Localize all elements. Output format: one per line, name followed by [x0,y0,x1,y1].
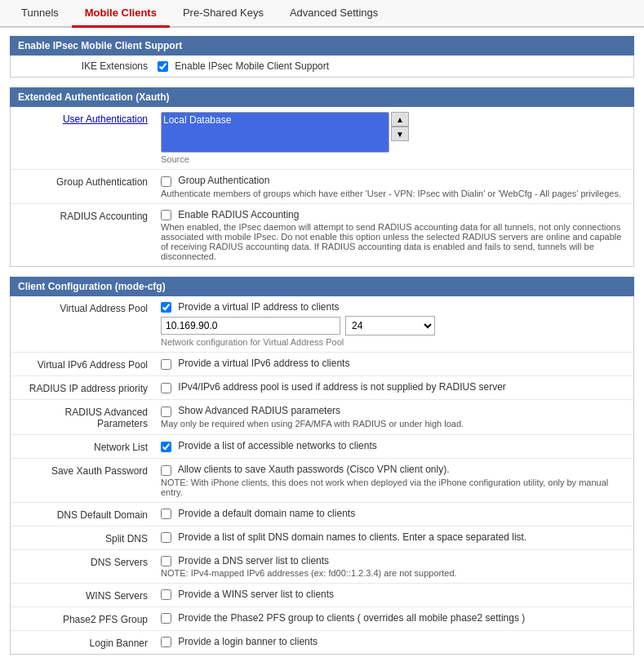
login-banner-label: Login Banner [19,636,158,649]
arrow-down-button[interactable]: ▼ [391,127,409,141]
dns-domain-checkbox-label[interactable]: Provide a default domain name to clients [161,508,355,519]
virtual-addr-row: Virtual Address Pool Provide a virtual I… [11,296,633,353]
network-list-checkbox-label[interactable]: Provide a list of accessible networks to… [161,440,377,451]
ip-cidr-row: 24 16 8 25 26 27 28 [161,316,625,335]
user-auth-select[interactable]: Local Database [161,112,389,153]
login-banner-row: Login Banner Provide a login banner to c… [11,631,633,654]
save-xauth-text: Allow clients to save Xauth passwords (C… [178,464,450,475]
user-auth-row: User Authentication Local Database ▲ ▼ S… [11,107,633,170]
radius-accounting-checkbox-label[interactable]: Enable RADIUS Accounting [161,209,299,220]
group-auth-checkbox[interactable] [161,176,171,187]
select-arrows: ▲ ▼ [391,112,409,141]
radius-accounting-checkbox[interactable] [161,210,171,220]
arrow-up-button[interactable]: ▲ [391,112,409,127]
virtual-addr-label: Virtual Address Pool [19,301,158,314]
cidr-select[interactable]: 24 16 8 25 26 27 28 [345,316,435,335]
dns-servers-checkbox[interactable] [161,556,171,566]
radius-accounting-row: RADIUS Accounting Enable RADIUS Accounti… [11,204,633,266]
xauth-header: Extended Authentication (Xauth) [10,87,634,107]
login-banner-checkbox-label[interactable]: Provide a login banner to clients [161,636,318,647]
dns-domain-row: DNS Default Domain Provide a default dom… [11,503,633,526]
virtual-ipv6-checkbox-label[interactable]: Provide a virtual IPv6 address to client… [161,358,349,369]
ipsec-mobile-header: Enable IPsec Mobile Client Support [10,36,634,56]
virtual-addr-control: Provide a virtual IP address to clients … [158,301,625,347]
dns-servers-hint: NOTE: IPv4-mapped IPv6 addresses (ex: fd… [161,568,625,578]
client-config-body: Virtual Address Pool Provide a virtual I… [10,296,634,655]
user-auth-control: Local Database ▲ ▼ Source [158,112,625,164]
virtual-addr-checkbox-label[interactable]: Provide a virtual IP address to clients [161,301,340,313]
virtual-addr-checkbox[interactable] [161,302,171,313]
login-banner-control: Provide a login banner to clients [158,636,625,647]
virtual-ipv6-row: Virtual IPv6 Address Pool Provide a virt… [11,353,633,376]
dns-servers-checkbox-label[interactable]: Provide a DNS server list to clients [161,555,329,566]
wins-servers-checkbox[interactable] [161,589,171,600]
save-xauth-checkbox-label[interactable]: Allow clients to save Xauth passwords (C… [161,464,449,475]
ike-extensions-label: IKE Extensions [19,60,158,72]
network-list-control: Provide a list of accessible networks to… [158,440,625,451]
xauth-body: User Authentication Local Database ▲ ▼ S… [10,107,634,267]
dns-servers-control: Provide a DNS server list to clients NOT… [158,555,625,578]
login-banner-text: Provide a login banner to clients [178,636,318,647]
phase2-pfs-control: Provide the Phase2 PFS group to clients … [158,612,625,624]
wins-servers-row: WINS Servers Provide a WINS server list … [11,584,633,607]
user-auth-label: User Authentication [19,112,158,125]
group-auth-control: Group Authentication Authenticate member… [158,175,625,198]
phase2-pfs-label: Phase2 PFS Group [19,612,158,625]
radius-adv-hint: May only be required when using 2FA/MFA … [161,419,625,429]
user-auth-link[interactable]: User Authentication [63,113,148,125]
dns-domain-checkbox[interactable] [161,509,171,519]
split-dns-checkbox[interactable] [161,532,171,543]
virtual-ipv6-text: Provide a virtual IPv6 address to client… [178,358,349,369]
radius-accounting-hint: When enabled, the IPsec daemon will atte… [161,222,625,261]
phase2-pfs-row: Phase2 PFS Group Provide the Phase2 PFS … [11,607,633,631]
split-dns-label: Split DNS [19,531,158,544]
dns-servers-label: DNS Servers [19,555,158,568]
phase2-pfs-checkbox[interactable] [161,613,171,624]
dns-servers-row: DNS Servers Provide a DNS server list to… [11,550,633,584]
dns-domain-label: DNS Default Domain [19,508,158,521]
ipsec-mobile-body: IKE Extensions Enable IPsec Mobile Clien… [10,56,634,78]
virtual-addr-text: Provide a virtual IP address to clients [178,301,339,313]
ip-address-input[interactable] [161,317,340,335]
radius-adv-checkbox[interactable] [161,407,171,417]
ike-checkbox-text: Enable IPsec Mobile Client Support [175,60,329,72]
wins-servers-checkbox-label[interactable]: Provide a WINS server list to clients [161,589,334,600]
dns-domain-text: Provide a default domain name to clients [178,508,355,519]
split-dns-row: Split DNS Provide a list of split DNS do… [11,526,633,550]
network-hint: Network configuration for Virtual Addres… [161,337,625,347]
login-banner-checkbox[interactable] [161,637,171,647]
tab-tunnels[interactable]: Tunnels [8,0,72,28]
source-hint: Source [161,154,625,164]
save-xauth-checkbox[interactable] [161,465,171,476]
radius-ip-label: RADIUS IP address priority [19,381,158,394]
ipsec-mobile-section: Enable IPsec Mobile Client Support IKE E… [10,36,634,78]
ike-checkbox-label[interactable]: Enable IPsec Mobile Client Support [158,60,329,72]
network-list-row: Network List Provide a list of accessibl… [11,435,633,459]
main-content: Enable IPsec Mobile Client Support IKE E… [0,28,644,662]
radius-ip-row: RADIUS IP address priority IPv4/IPv6 add… [11,376,633,400]
save-xauth-label: Save Xauth Password [19,464,158,477]
split-dns-text: Provide a list of split DNS domain names… [178,531,526,543]
radius-ip-checkbox[interactable] [161,383,171,393]
save-xauth-control: Allow clients to save Xauth passwords (C… [158,464,625,496]
virtual-ipv6-checkbox[interactable] [161,359,171,370]
network-list-checkbox[interactable] [161,442,171,452]
group-auth-label: Group Authentication [19,175,158,188]
radius-accounting-control: Enable RADIUS Accounting When enabled, t… [158,209,625,261]
radius-ip-control: IPv4/IPv6 address pool is used if addres… [158,381,625,393]
radius-adv-checkbox-label[interactable]: Show Advanced RADIUS parameters [161,405,340,416]
group-auth-row: Group Authentication Group Authenticatio… [11,170,633,203]
radius-ip-checkbox-label[interactable]: IPv4/IPv6 address pool is used if addres… [161,381,506,393]
tab-mobile-clients[interactable]: Mobile Clients [72,0,170,28]
split-dns-checkbox-label[interactable]: Provide a list of split DNS domain names… [161,531,526,543]
group-auth-checkbox-label[interactable]: Group Authentication [161,175,269,186]
tab-pre-shared-keys[interactable]: Pre-Shared Keys [170,0,277,28]
network-list-text: Provide a list of accessible networks to… [178,440,376,451]
tab-advanced-settings[interactable]: Advanced Settings [277,0,391,28]
ike-extensions-checkbox[interactable] [158,61,168,72]
ike-extensions-control: Enable IPsec Mobile Client Support [158,60,329,72]
wins-servers-control: Provide a WINS server list to clients [158,589,625,600]
phase2-pfs-checkbox-label[interactable]: Provide the Phase2 PFS group to clients … [161,612,525,624]
wins-servers-label: WINS Servers [19,589,158,602]
phase2-pfs-text: Provide the Phase2 PFS group to clients … [178,612,525,624]
